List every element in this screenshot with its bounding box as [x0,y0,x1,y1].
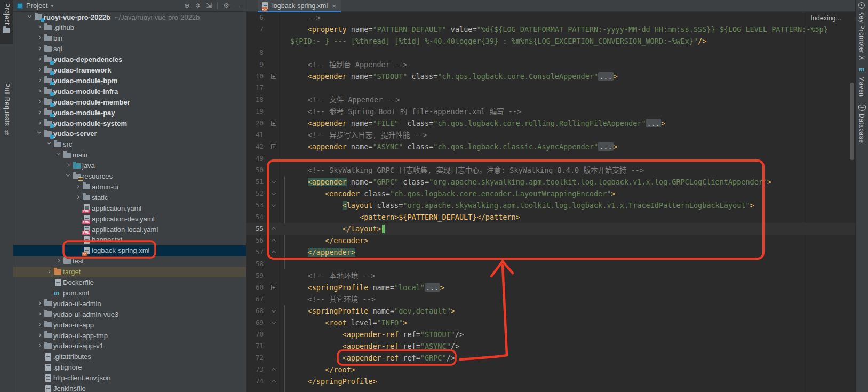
code-editor[interactable]: 6 -->7 <property name="PATTERN_DEFAULT" … [246,12,855,392]
chevron-right-icon[interactable] [36,98,44,106]
code-line-67[interactable]: 67 <!-- 其它环境 --> [246,293,855,305]
tree-row-yudao-server[interactable]: yudao-server [13,129,246,139]
code-line-42[interactable]: 42+ <appender name="ASYNC" class="ch.qos… [246,141,855,153]
chevron-right-icon[interactable] [36,332,44,340]
tree-row-java[interactable]: java [13,161,246,171]
fold-expand-icon[interactable]: + [271,74,276,79]
chevron-right-icon[interactable] [36,342,44,350]
tree-row-yudao-module-bpm[interactable]: yudao-module-bpm [13,75,246,86]
code-line-55[interactable]: 55 </layout> [246,223,855,235]
code-line-53[interactable]: 53 <layout class="org.apache.skywalking.… [246,199,855,211]
tree-row--gitignore[interactable]: .gitignore [13,362,246,373]
chevron-right-icon[interactable] [36,77,44,85]
chevron-right-icon[interactable] [36,55,44,63]
chevron-right-icon[interactable] [36,109,44,117]
chevron-right-icon[interactable] [74,183,82,191]
chevron-right-icon[interactable] [36,310,44,318]
chevron-right-icon[interactable] [36,66,44,74]
tree-row-dockerfile[interactable]: Dockerfile [13,277,246,288]
tree-row-resources[interactable]: resources [13,171,246,182]
tree-row-target[interactable]: target [13,267,246,277]
chevron-right-icon[interactable] [36,34,44,42]
code-line-71[interactable]: 71 <appender-ref ref="ASYNC"/> [246,340,855,352]
fold-open-icon[interactable] [272,320,276,324]
chevron-down-icon[interactable] [55,151,63,159]
tree-row-yudao-ui-app-v1[interactable]: yudao-ui-app-v1 [13,341,246,351]
code-line-10[interactable]: 10+ <appender name="STDOUT" class="ch.qo… [246,70,855,82]
chevron-right-icon[interactable] [45,268,53,276]
tree-row-yudao-module-pay[interactable]: yudao-module-pay [13,107,246,118]
tree-row-bin[interactable]: bin [13,33,246,44]
code-line-18[interactable]: 18 <!-- 文件 Appender --> [246,94,855,106]
fold-open-icon[interactable] [272,179,276,183]
chevron-down-icon[interactable] [65,172,73,180]
chevron-right-icon[interactable] [55,257,63,265]
tree-row-application-yaml[interactable]: YMLapplication.yaml [13,203,246,213]
locate-file-icon[interactable]: ⊕ [184,2,190,9]
tree-row-yudao-ui-admin[interactable]: yudao-ui-admin [13,298,246,309]
code-line-9[interactable]: 9 <!-- 控制台 Appender --> [246,59,855,70]
tree-row-yudao-framework[interactable]: yudao-framework [13,65,246,76]
code-line-68[interactable]: 68 <springProfile name="dev,default"> [246,305,855,317]
code-line-8[interactable]: 8 [246,47,855,59]
code-line-20[interactable]: 20+ <appender name="FILE" class="ch.qos.… [246,117,855,129]
code-line-41[interactable]: 41 <!-- 异步写入日志, 提升性能 --> [246,129,855,141]
tree-row-yudao-dependencies[interactable]: yudao-dependencies [13,54,246,65]
tree-row-jenkinsfile[interactable]: Jenkinsfile [13,383,246,392]
code-line-51[interactable]: 51 <appender name="GRPC" class="org.apac… [246,176,855,188]
tree-row-ruoyi-vue-pro-2022b[interactable]: ruoyi-vue-pro-2022b~/Java/ruoyi-vue-pro-… [13,12,246,22]
tree-row-yudao-ui-app[interactable]: yudao-ui-app [13,319,246,330]
tree-row-yudao-module-infra[interactable]: yudao-module-infra [13,86,246,97]
fold-close-icon[interactable] [272,227,276,231]
chevron-right-icon[interactable] [36,87,44,95]
code-line-54[interactable]: 54 <pattern>${PATTERN_DEFAULT}</pattern> [246,211,855,223]
collapse-all-icon[interactable]: ⇲ [206,2,212,9]
tree-row-http-client-env-json[interactable]: http-client.env.json [13,373,246,383]
tree-row-static[interactable]: static [13,192,246,203]
tree-row-logback-spring-xml[interactable]: <>logback-spring.xml [13,245,246,256]
gear-icon[interactable]: ⚙ [223,2,229,9]
tool-window-button-pull-requests[interactable]: Pull Requests ⇅ [0,80,13,173]
hide-panel-icon[interactable]: — [235,2,242,9]
tree-row-pom-xml[interactable]: mpom.xml [13,287,246,298]
tree-row-banner-txt[interactable]: banner.txt [13,235,246,245]
code-line-56[interactable]: 56 </encoder> [246,235,855,246]
fold-close-icon[interactable] [272,239,276,243]
tree-row-sql[interactable]: sql [13,44,246,54]
code-line-17[interactable]: 17 [246,82,855,94]
tool-window-button-maven[interactable]: m Maven [855,65,868,97]
tree-row-application-local-yaml[interactable]: YMLapplication-local.yaml [13,224,246,235]
fold-close-icon[interactable] [272,251,276,255]
code-line-19[interactable]: 19 <!-- 参考 Spring Boot 的 file-appender.x… [246,106,855,117]
tree-row--gitattributes[interactable]: .gitattributes [13,351,246,362]
fold-close-icon[interactable] [272,368,276,372]
chevron-right-icon[interactable] [36,23,44,31]
code-line-60[interactable]: 60+ <springProfile name="local"...> [246,282,855,293]
editor-tab-logback-spring[interactable]: <> logback-spring.xml × [258,0,341,12]
code-line-49[interactable]: 49 [246,153,855,164]
fold-expand-icon[interactable]: + [271,144,276,149]
chevron-right-icon[interactable] [65,162,73,170]
fold-close-icon[interactable] [272,380,276,384]
tree-row-yudao-module-member[interactable]: yudao-module-member [13,97,246,107]
tool-window-button-key-promoter[interactable]: Key Promoter X [855,2,868,60]
fold-expand-icon[interactable]: + [271,285,276,290]
tree-row-src[interactable]: src [13,139,246,150]
fold-open-icon[interactable] [272,308,276,313]
code-line-wrap[interactable]: ${PID:- } --- [%thread] [%tid] %-40.40lo… [246,35,855,47]
code-line-7[interactable]: 7 <property name="PATTERN_DEFAULT" value… [246,23,855,35]
chevron-right-icon[interactable] [36,300,44,308]
tree-row-application-dev-yaml[interactable]: YMLapplication-dev.yaml [13,213,246,224]
expand-all-icon[interactable]: ⇳ [195,2,201,9]
code-line-59[interactable]: 59 <!-- 本地环境 --> [246,270,855,282]
code-line-72[interactable]: 72 <appender-ref ref="GRPC"/> [246,352,855,364]
chevron-down-icon[interactable]: ▾ [51,3,53,9]
tree-row-admin-ui[interactable]: admin-ui [13,181,246,192]
code-line-74[interactable]: 74 </springProfile> [246,375,855,387]
code-line-58[interactable]: 58 [246,258,855,270]
chevron-down-icon[interactable] [26,13,34,21]
fold-expand-icon[interactable]: + [271,121,276,126]
code-line-69[interactable]: 69 <root level="INFO"> [246,317,855,329]
close-icon[interactable]: × [332,2,336,10]
tool-window-button-database[interactable]: Database [855,105,868,143]
